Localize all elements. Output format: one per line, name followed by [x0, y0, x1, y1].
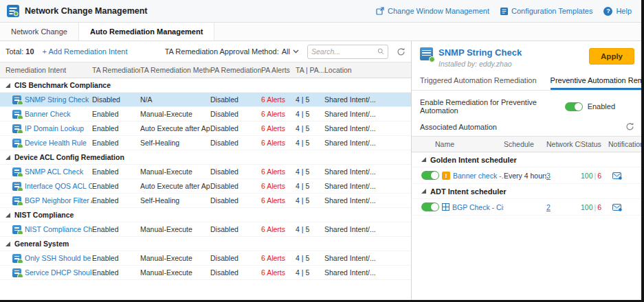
- remediation-intent-panel: Total: 10 + Add Remediation Intent TA Re…: [0, 41, 412, 300]
- col-network-change[interactable]: Network Ch...: [546, 140, 581, 148]
- table-row[interactable]: NIST Compliance Check Enabled Manual-Exe…: [0, 222, 411, 237]
- remediation-intent-icon: [12, 167, 21, 176]
- configuration-templates-link[interactable]: Configuration Templates: [500, 7, 592, 15]
- collapse-triangle-icon[interactable]: [421, 189, 426, 194]
- group-row-general-system[interactable]: General System: [0, 237, 411, 251]
- remediation-intent-table: Remediation Intent TA Remediation TA Rem…: [0, 62, 411, 300]
- group-row-device-acl[interactable]: Device ACL Config Remediation: [0, 150, 411, 165]
- intent-link[interactable]: SNMP ACL Check: [25, 167, 83, 176]
- automation-link[interactable]: Banner check -...: [453, 172, 504, 180]
- ta-remediation-cell: Enabled: [92, 139, 140, 147]
- pa-alerts-cell[interactable]: 6 Alerts: [261, 225, 296, 233]
- apply-button[interactable]: Apply: [589, 48, 634, 65]
- pa-alerts-cell[interactable]: 6 Alerts: [261, 139, 296, 147]
- status-fail-count[interactable]: 6: [597, 172, 601, 180]
- col-remediation-intent[interactable]: Remediation Intent: [0, 66, 92, 74]
- status-fail-count[interactable]: 6: [597, 203, 601, 211]
- col-ta-remediation[interactable]: TA Remediation: [92, 66, 140, 74]
- intent-link[interactable]: Only SSH Should be Ena...: [25, 254, 92, 262]
- add-remediation-intent-button[interactable]: + Add Remediation Intent: [43, 47, 128, 56]
- tab-preventive-automation-remediation[interactable]: Preventive Automation Remediation: [551, 71, 641, 90]
- group-row-golden-intent-scheduler[interactable]: Golden Intent scheduler: [412, 152, 641, 167]
- network-change-link[interactable]: 2: [546, 203, 551, 211]
- table-row[interactable]: Banner Check Enabled Manual-Execute Disa…: [0, 107, 411, 121]
- change-window-management-link[interactable]: Change Window Management: [376, 7, 489, 15]
- pa-remediation-cell: Disabled: [210, 182, 261, 190]
- collapse-triangle-icon[interactable]: [5, 213, 10, 218]
- intent-link[interactable]: IP Domain Lookup: [25, 124, 84, 132]
- refresh-icon[interactable]: [625, 122, 634, 131]
- col-pa-alerts[interactable]: PA Alerts: [261, 66, 296, 74]
- approval-method-dropdown[interactable]: TA Remediation Approval Method: All: [165, 47, 299, 56]
- pa-alerts-cell[interactable]: 6 Alerts: [261, 196, 296, 205]
- help-link[interactable]: ? Help: [603, 7, 632, 16]
- intent-link[interactable]: SNMP String Check: [25, 95, 89, 104]
- table-row[interactable]: IP Domain Lookup Enabled Auto Execute af…: [0, 121, 411, 136]
- table-row[interactable]: Service DHCP Should be... Enabled Manual…: [0, 266, 411, 280]
- col-status[interactable]: Status: [581, 140, 608, 148]
- table-row[interactable]: SNMP ACL Check Enabled Manual-Execute Di…: [0, 165, 411, 179]
- collapse-triangle-icon[interactable]: [5, 242, 10, 246]
- group-row-cis-benchmark[interactable]: CIS Benchmark Compliance: [0, 78, 411, 93]
- table-row[interactable]: BGP Neighbor Filter ACL Enabled Self-Hea…: [0, 194, 411, 208]
- group-row-adt-intent-scheduler[interactable]: ADT Intent scheduler: [412, 184, 641, 199]
- automation-row[interactable]: BGP Check - Cis... 2 100|6: [412, 199, 641, 216]
- col-location[interactable]: Location: [324, 66, 411, 74]
- ta-method-cell: Self-Healing: [140, 196, 210, 205]
- intent-link[interactable]: NIST Compliance Check: [25, 225, 92, 233]
- refresh-icon[interactable]: [397, 47, 406, 56]
- associated-automation-header: Associated Automation: [412, 121, 641, 136]
- tab-network-change[interactable]: Network Change: [0, 23, 79, 40]
- table-row[interactable]: Interface QOS ACL Check Enabled Auto Exe…: [0, 179, 411, 194]
- pa-alerts-cell[interactable]: 6 Alerts: [261, 167, 296, 176]
- pa-alerts-cell[interactable]: 6 Alerts: [261, 268, 296, 277]
- col-notifications[interactable]: Notifications: [608, 140, 641, 148]
- network-change-management-app: Network Change Management Change Window …: [0, 0, 641, 300]
- intent-link[interactable]: Service DHCP Should be...: [25, 268, 92, 277]
- col-schedule[interactable]: Schedule: [504, 140, 546, 148]
- table-row[interactable]: SNMP String Check Disabled N/A Disabled …: [0, 93, 411, 107]
- notification-icon[interactable]: [612, 203, 638, 211]
- search-box[interactable]: [307, 45, 388, 59]
- ta-remediation-cell: Enabled: [92, 167, 140, 176]
- left-toolbar: Total: 10 + Add Remediation Intent TA Re…: [0, 41, 411, 62]
- col-pa-remediation[interactable]: PA Remediation: [210, 66, 261, 74]
- status-success-count[interactable]: 100: [581, 203, 593, 211]
- collapse-triangle-icon[interactable]: [421, 157, 426, 162]
- page-title: Network Change Management: [25, 6, 148, 16]
- table-row[interactable]: Device Health Rule Enabled Self-Healing …: [0, 136, 411, 150]
- collapse-triangle-icon[interactable]: [5, 83, 10, 88]
- table-row[interactable]: Only SSH Should be Ena... Enabled Manual…: [0, 251, 411, 266]
- search-input[interactable]: [311, 47, 375, 56]
- intent-link[interactable]: Banner Check: [25, 110, 71, 118]
- top-bar-links: Change Window Management Configuration T…: [376, 7, 634, 16]
- status-success-count[interactable]: 100: [581, 172, 593, 180]
- intent-link[interactable]: BGP Neighbor Filter ACL: [25, 196, 92, 205]
- group-label: NIST Compliance: [14, 211, 74, 219]
- automation-toggle[interactable]: [421, 171, 439, 180]
- pa-alerts-cell[interactable]: 6 Alerts: [261, 124, 296, 132]
- automation-toggle[interactable]: [421, 202, 439, 211]
- notification-icon[interactable]: [612, 172, 638, 180]
- col-ta-pa[interactable]: TA | PA...: [296, 66, 324, 74]
- tab-triggered-automation-remediation[interactable]: Triggered Automation Remediation: [420, 71, 537, 90]
- col-name[interactable]: Name: [412, 140, 504, 148]
- network-change-link[interactable]: 3: [546, 172, 551, 180]
- top-bar: Network Change Management Change Window …: [0, 0, 641, 23]
- col-ta-remediation-method[interactable]: TA Remediation Method: [140, 66, 210, 74]
- automation-row[interactable]: ! Banner check -... Every 4 hours 3 100|…: [412, 167, 641, 184]
- detail-panel: Apply SNMP String Check Installed by: ed…: [412, 41, 641, 300]
- enable-remediation-toggle[interactable]: [565, 102, 583, 111]
- intent-link[interactable]: Device Health Rule: [25, 139, 87, 147]
- pa-alerts-cell[interactable]: 6 Alerts: [261, 110, 296, 118]
- intent-link[interactable]: Interface QOS ACL Check: [25, 182, 92, 190]
- pa-alerts-cell[interactable]: 6 Alerts: [261, 182, 296, 190]
- collapse-triangle-icon[interactable]: [5, 155, 10, 160]
- search-icon[interactable]: [377, 47, 384, 56]
- pa-alerts-cell[interactable]: 6 Alerts: [261, 254, 296, 262]
- tab-auto-remediation-management[interactable]: Auto Remediation Management: [79, 23, 214, 40]
- automation-link[interactable]: BGP Check - Cis...: [452, 203, 504, 211]
- pa-alerts-cell[interactable]: 6 Alerts: [261, 95, 296, 104]
- group-row-nist[interactable]: NIST Compliance: [0, 208, 411, 222]
- ta-remediation-cell: Enabled: [92, 124, 140, 132]
